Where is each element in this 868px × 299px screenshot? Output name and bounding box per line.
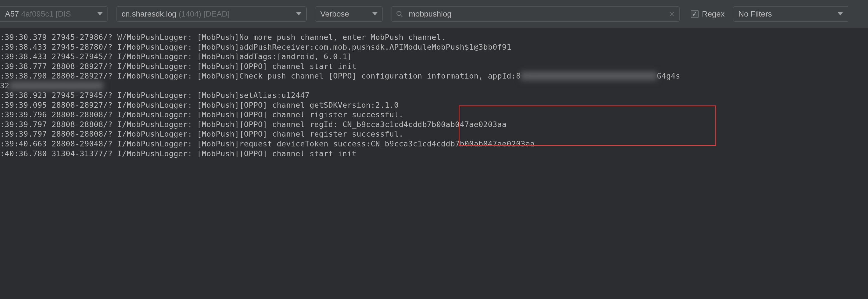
- search-input[interactable]: [409, 9, 669, 19]
- chevron-down-icon: [372, 12, 377, 16]
- log-line: :39:38.433 27945-28780/? I/MobPushLogger…: [0, 43, 868, 52]
- log-line: :39:38.433 27945-27945/? I/MobPushLogger…: [0, 52, 868, 62]
- log-output: :39:30.379 27945-27986/? W/MobPushLogger…: [0, 28, 868, 159]
- checkbox-box: ✓: [691, 10, 699, 18]
- process-selector[interactable]: cn.sharesdk.log (1404) [DEAD]: [116, 6, 307, 22]
- log-line: :39:30.379 27945-27986/? W/MobPushLogger…: [0, 32, 868, 43]
- log-line: :39:39.796 28808-28808/? I/MobPushLogger…: [0, 110, 868, 120]
- svg-point-0: [397, 11, 401, 16]
- device-selector[interactable]: A57 4af095c1 [DIS: [0, 6, 108, 22]
- log-line: :39:38.790 28808-28927/? I/MobPushLogger…: [0, 71, 868, 81]
- chevron-down-icon: [838, 12, 843, 16]
- clear-icon[interactable]: [669, 11, 675, 17]
- log-line: :40:36.780 31304-31377/? I/MobPushLogger…: [0, 149, 868, 159]
- search-container: [391, 6, 680, 22]
- logcat-toolbar: A57 4af095c1 [DIS cn.sharesdk.log (1404)…: [0, 0, 868, 28]
- log-line: 32XXXXXXXXXXXXXXXXXXXX: [0, 81, 868, 91]
- log-line: :39:38.923 27945-27945/? I/MobPushLogger…: [0, 90, 868, 101]
- check-icon: ✓: [692, 11, 698, 18]
- log-level-label: Verbose: [320, 9, 349, 19]
- chevron-down-icon: [97, 12, 102, 16]
- log-line: :39:40.663 28808-29048/? I/MobPushLogger…: [0, 139, 868, 149]
- log-line: :39:39.095 28808-28927/? I/MobPushLogger…: [0, 101, 868, 110]
- search-icon: [396, 10, 403, 18]
- chevron-down-icon: [296, 12, 301, 16]
- regex-label: Regex: [702, 9, 725, 19]
- filter-label: No Filters: [738, 9, 772, 19]
- log-line: :39:38.777 28808-28927/? I/MobPushLogger…: [0, 62, 868, 72]
- svg-line-1: [400, 15, 402, 17]
- log-line: :39:39.797 28808-28808/? I/MobPushLogger…: [0, 129, 868, 139]
- filter-selector[interactable]: No Filters: [733, 6, 848, 22]
- process-label: cn.sharesdk.log (1404) [DEAD]: [122, 9, 229, 19]
- log-line: :39:39.797 28808-28808/? I/MobPushLogger…: [0, 120, 868, 130]
- regex-checkbox[interactable]: ✓ Regex: [691, 9, 725, 19]
- log-level-selector[interactable]: Verbose: [315, 6, 383, 22]
- device-label: A57 4af095c1 [DIS: [5, 9, 71, 19]
